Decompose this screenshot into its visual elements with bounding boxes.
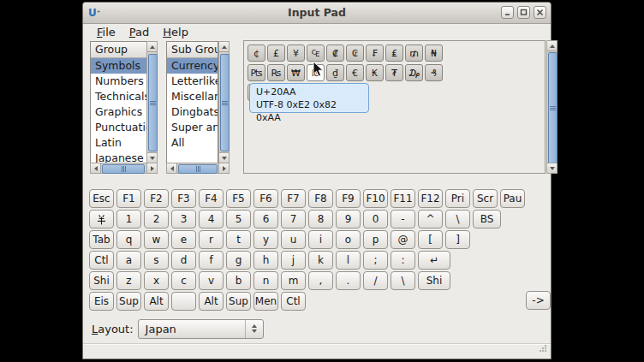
subgroup-vscroll-thumb[interactable]: [220, 54, 230, 151]
symbol-key[interactable]: ₨: [267, 64, 285, 81]
keyboard-key[interactable]: e: [171, 230, 196, 249]
keyboard-key[interactable]: a: [116, 251, 141, 270]
group-hscroll-thumb[interactable]: [102, 164, 145, 174]
subgroup-list-item[interactable]: All: [167, 135, 218, 151]
keyboard-key[interactable]: Sup: [226, 292, 251, 311]
subgroup-list-item[interactable]: Miscellaneous: [167, 89, 218, 104]
keyboard-key[interactable]: h: [253, 251, 278, 270]
keyboard-key[interactable]: Shi: [89, 271, 114, 290]
subgroup-list-item[interactable]: Currency: [167, 58, 218, 74]
keyboard-key[interactable]: t: [226, 230, 251, 249]
keyboard-key[interactable]: BS: [473, 210, 501, 228]
subgroup-hscroll-thumb[interactable]: [178, 164, 218, 174]
subgroup-list-item[interactable]: Dingbats: [167, 104, 218, 120]
close-button[interactable]: [534, 6, 546, 19]
keyboard-key[interactable]: F8: [308, 189, 333, 208]
keyboard-key[interactable]: Ctl: [281, 292, 306, 311]
keyboard-key[interactable]: 1: [116, 210, 141, 228]
keyboard-key[interactable]: 3: [171, 210, 196, 228]
keyboard-key[interactable]: Esc: [89, 189, 114, 208]
layout-combobox[interactable]: Japan: [138, 319, 264, 339]
keyboard-key[interactable]: b: [226, 271, 251, 290]
symbol-key[interactable]: £: [267, 45, 285, 62]
group-list-item[interactable]: Graphics: [91, 104, 146, 120]
keyboard-key[interactable]: Sup: [116, 292, 141, 311]
keyboard-key[interactable]: Pri: [445, 189, 470, 208]
keyboard-key[interactable]: ^: [418, 210, 443, 228]
scroll-right-button[interactable]: [146, 163, 157, 173]
symbol-vscroll-thumb[interactable]: [548, 52, 558, 164]
keyboard-key[interactable]: Pau: [500, 189, 525, 208]
resize-grip[interactable]: [538, 340, 547, 356]
group-list-item[interactable]: Punctuation: [91, 120, 146, 135]
keyboard-key[interactable]: 2: [144, 210, 169, 228]
group-list-header[interactable]: Group: [91, 42, 146, 58]
keyboard-key[interactable]: g: [226, 251, 251, 270]
group-list-item[interactable]: Technicals: [91, 89, 146, 104]
keyboard-key[interactable]: ↵: [418, 251, 450, 270]
menu-item[interactable]: File: [90, 25, 122, 40]
group-list-item[interactable]: Latin: [91, 135, 146, 151]
scroll-left-button[interactable]: [91, 163, 101, 173]
keyboard-key[interactable]: 7: [281, 210, 306, 228]
keyboard-key[interactable]: 4: [199, 210, 224, 228]
symbol-key[interactable]: ₥: [405, 45, 423, 62]
keyboard-key[interactable]: l: [336, 251, 361, 270]
keyboard-key[interactable]: Alt: [199, 292, 224, 311]
keyboard-key[interactable]: Shi: [418, 271, 450, 290]
keyboard-key[interactable]: .: [336, 271, 361, 290]
symbol-key[interactable]: ₣: [366, 45, 384, 62]
keyboard-key[interactable]: F4: [199, 189, 224, 208]
symbol-key[interactable]: ₠: [307, 45, 325, 62]
keyboard-key[interactable]: k: [308, 251, 333, 270]
scroll-down-button[interactable]: [219, 152, 229, 163]
symbol-key[interactable]: €: [346, 64, 364, 81]
keyboard-key[interactable]: n: [253, 271, 278, 290]
scroll-down-button[interactable]: [547, 163, 557, 173]
keyboard-key[interactable]: F9: [336, 189, 361, 208]
keyboard-key[interactable]: [171, 292, 196, 311]
keyboard-key[interactable]: o: [336, 230, 361, 249]
symbol-key[interactable]: ₫: [326, 64, 344, 81]
keyboard-key[interactable]: y: [253, 230, 278, 249]
keyboard-key[interactable]: 9: [336, 210, 361, 228]
scroll-right-button[interactable]: [218, 163, 229, 173]
symbol-key[interactable]: ¢: [247, 45, 265, 62]
scroll-down-button[interactable]: [147, 152, 157, 163]
keyboard-key[interactable]: ;: [363, 251, 388, 270]
keyboard-key[interactable]: 5: [226, 210, 251, 228]
symbol-key[interactable]: ¥: [287, 45, 305, 62]
keyboard-key[interactable]: 8: [308, 210, 333, 228]
keyboard-key[interactable]: d: [171, 251, 196, 270]
menu-item[interactable]: Pad: [122, 25, 156, 40]
keyboard-key[interactable]: v: [199, 271, 224, 290]
group-list-item[interactable]: Japanese: [91, 151, 146, 163]
keyboard-key[interactable]: F3: [171, 189, 196, 208]
symbol-key[interactable]: ₦: [425, 45, 443, 62]
keyboard-key[interactable]: Alt: [144, 292, 169, 311]
keyboard-key[interactable]: j: [281, 251, 306, 270]
keyboard-key[interactable]: F5: [226, 189, 251, 208]
symbol-key[interactable]: ₮: [385, 64, 403, 81]
keyboard-key[interactable]: \: [445, 210, 470, 228]
symbol-key[interactable]: ₭: [366, 64, 384, 81]
keyboard-key[interactable]: F10: [363, 189, 388, 208]
keyboard-key[interactable]: :: [391, 251, 415, 270]
scroll-up-button[interactable]: [219, 42, 229, 52]
maximize-button[interactable]: [517, 6, 530, 19]
keyboard-key[interactable]: -: [391, 210, 415, 228]
group-vscroll-thumb[interactable]: [148, 54, 158, 151]
keyboard-key[interactable]: f: [199, 251, 224, 270]
symbol-key[interactable]: ₢: [346, 45, 364, 62]
menu-item[interactable]: Help: [156, 25, 195, 40]
group-list-item[interactable]: Symbols: [91, 58, 146, 74]
keyboard-key[interactable]: F7: [281, 189, 306, 208]
keyboard-key[interactable]: s: [144, 251, 169, 270]
keyboard-key[interactable]: /: [363, 271, 388, 290]
keyboard-key[interactable]: 6: [253, 210, 278, 228]
group-list-item[interactable]: Numbers: [91, 74, 146, 89]
scroll-up-button[interactable]: [147, 42, 157, 52]
keyboard-key[interactable]: F1: [116, 189, 141, 208]
keyboard-key[interactable]: ,: [308, 271, 333, 290]
keyboard-key[interactable]: c: [171, 271, 196, 290]
